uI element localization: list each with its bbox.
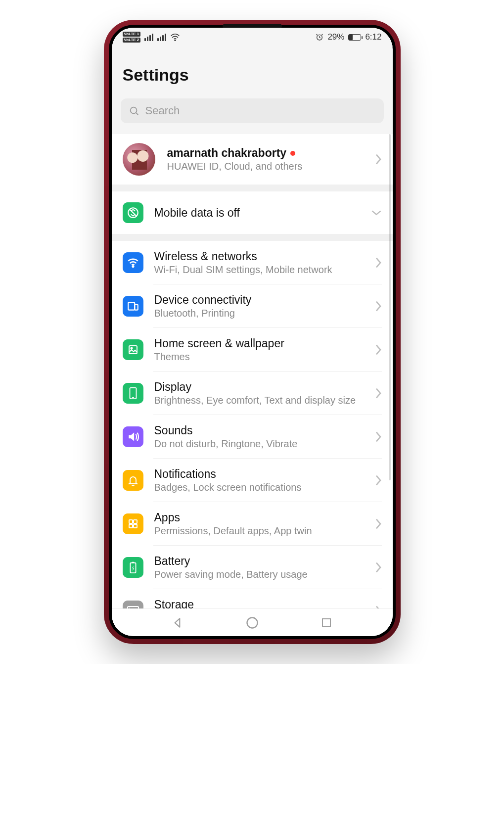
settings-item-apps[interactable]: AppsPermissions, Default apps, App twin [112,502,393,546]
notification-dot-icon [290,151,295,156]
item-subtitle: Permissions, Default apps, App twin [154,525,364,537]
svg-rect-11 [134,520,137,523]
svg-point-4 [132,266,134,267]
item-title: Home screen & wallpaper [154,337,364,350]
item-subtitle: Bluetooth, Printing [154,308,364,319]
svg-rect-6 [135,305,138,310]
item-title: Battery [154,555,364,568]
android-navbar [112,608,393,636]
chevron-right-icon [375,153,382,165]
account-name: amarnath chakraborty [167,146,287,160]
item-title: Apps [154,511,364,524]
chevron-right-icon [375,257,382,269]
mobile-data-off-icon [123,202,143,223]
chevron-right-icon [375,344,382,356]
clock: 6:12 [365,32,381,42]
battery-icon [348,34,361,41]
item-text: Device connectivityBluetooth, Printing [154,293,364,319]
settings-list: Wireless & networksWi-Fi, Dual SIM setti… [112,241,393,633]
svg-rect-5 [128,302,135,310]
item-subtitle: Wi-Fi, Dual SIM settings, Mobile network [154,264,364,276]
search-placeholder: Search [145,104,180,117]
account-text: amarnath chakraborty HUAWEI ID, Cloud, a… [167,146,363,172]
settings-item-wireless-networks[interactable]: Wireless & networksWi-Fi, Dual SIM setti… [112,241,393,284]
item-title: Device connectivity [154,293,364,307]
screen: VoLTE 1VoLTE 2 29% 6:12 Settings Search [112,28,393,636]
svg-point-2 [130,107,137,114]
chevron-right-icon [375,387,382,399]
item-text: Home screen & wallpaperThemes [154,337,364,363]
section-gap [112,185,393,191]
status-left: VoLTE 1VoLTE 2 [123,32,181,43]
settings-item-notifications[interactable]: NotificationsBadges, Lock screen notific… [112,459,393,502]
item-subtitle: Brightness, Eye comfort, Text and displa… [154,395,364,406]
status-right: 29% 6:12 [316,32,381,42]
phone-icon [123,383,143,404]
signal-sim2-icon [157,34,166,41]
chevron-right-icon [375,474,382,486]
item-subtitle: Badges, Lock screen notifications [154,482,364,493]
wifi-icon [123,252,143,273]
grid-icon [123,513,143,534]
settings-item-device-connectivity[interactable]: Device connectivityBluetooth, Printing [112,284,393,328]
item-text: AppsPermissions, Default apps, App twin [154,511,364,537]
devices-icon [123,296,143,317]
chevron-down-icon [371,209,382,216]
item-text: DisplayBrightness, Eye comfort, Text and… [154,380,364,406]
scrollbar[interactable] [389,134,391,480]
item-text: BatteryPower saving mode, Battery usage [154,555,364,580]
status-bar: VoLTE 1VoLTE 2 29% 6:12 [112,28,393,46]
wifi-status-icon [170,33,180,41]
item-subtitle: Themes [154,351,364,363]
section-gap [112,234,393,241]
mobile-data-label: Mobile data is off [154,206,360,220]
settings-item-sounds[interactable]: SoundsDo not disturb, Ringtone, Vibrate [112,415,393,459]
item-title: Wireless & networks [154,250,364,263]
page-title: Settings [112,46,393,98]
bell-icon [123,470,143,491]
search-icon [129,105,139,116]
svg-point-0 [175,40,176,41]
svg-rect-17 [322,619,330,627]
account-row[interactable]: amarnath chakraborty HUAWEI ID, Cloud, a… [112,134,393,185]
svg-rect-10 [129,520,133,523]
item-subtitle: Power saving mode, Battery usage [154,569,364,580]
search-input[interactable]: Search [121,98,384,123]
sound-icon [123,426,143,447]
volte-indicator: VoLTE 1VoLTE 2 [123,32,141,43]
svg-rect-13 [134,524,137,528]
svg-point-8 [131,348,132,349]
chevron-right-icon [375,561,382,573]
battery-icon [123,557,143,578]
nav-home-button[interactable] [244,614,261,631]
item-title: Notifications [154,467,364,481]
svg-rect-12 [129,524,133,528]
chevron-right-icon [375,518,382,530]
signal-sim1-icon [144,34,153,41]
phone-frame: VoLTE 1VoLTE 2 29% 6:12 Settings Search [104,20,401,644]
item-subtitle: Do not disturb, Ringtone, Vibrate [154,438,364,450]
item-text: Wireless & networksWi-Fi, Dual SIM setti… [154,250,364,276]
account-subtitle: HUAWEI ID, Cloud, and others [167,161,363,172]
svg-point-16 [247,617,257,628]
settings-item-battery[interactable]: BatteryPower saving mode, Battery usage [112,546,393,589]
item-text: NotificationsBadges, Lock screen notific… [154,467,364,493]
chevron-right-icon [375,431,382,443]
alarm-icon [316,33,323,41]
item-title: Sounds [154,424,364,437]
item-text: SoundsDo not disturb, Ringtone, Vibrate [154,424,364,450]
nav-back-button[interactable] [169,614,186,631]
item-title: Display [154,380,364,394]
nav-recent-button[interactable] [318,614,335,631]
chevron-right-icon [375,300,382,312]
image-icon [123,339,143,360]
battery-percent: 29% [327,32,344,42]
settings-item-home-screen-wallpaper[interactable]: Home screen & wallpaperThemes [112,328,393,372]
svg-rect-7 [129,346,137,354]
avatar [123,143,155,176]
screen-bezel: VoLTE 1VoLTE 2 29% 6:12 Settings Search [109,25,396,639]
mobile-data-row[interactable]: Mobile data is off [112,191,393,234]
settings-item-display[interactable]: DisplayBrightness, Eye comfort, Text and… [112,372,393,415]
